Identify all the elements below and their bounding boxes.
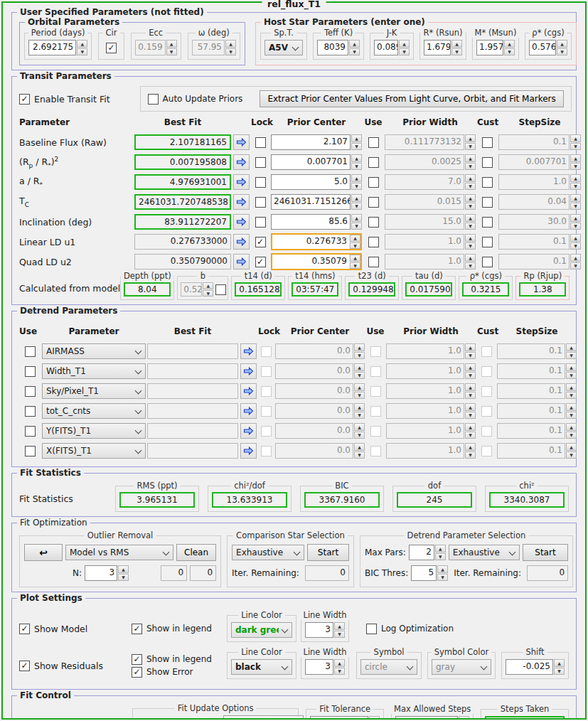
spin-up-button[interactable]: ▲: [465, 194, 476, 202]
spin-up-button[interactable]: ▲: [354, 383, 365, 391]
spin-down-button[interactable]: ▼: [465, 452, 476, 459]
copy-best-fit-to-prior-button[interactable]: [240, 423, 257, 439]
j-k-spinner[interactable]: 0.089▲▼: [374, 40, 410, 55]
show-model-toggle[interactable]: Show Model: [19, 624, 132, 634]
auto-update-fit-checkbox[interactable]: [137, 719, 147, 720]
eccentricity-spinner-value[interactable]: 0.159: [135, 40, 166, 55]
custom-stepsize-checkbox[interactable]: [482, 137, 493, 148]
use-detrend-checkbox[interactable]: [25, 446, 36, 456]
prior-center-spinner-value[interactable]: 0.35079: [272, 255, 349, 269]
spin-up-button[interactable]: ▲: [570, 254, 581, 262]
stepsize-spinner-value[interactable]: 0.1: [497, 343, 565, 359]
copy-best-fit-to-prior-button[interactable]: [233, 234, 250, 250]
enable-transit-fit-checkbox[interactable]: [19, 94, 30, 105]
spin-up-button[interactable]: ▲: [354, 363, 365, 371]
prior-width-spinner[interactable]: 1.0▲▼: [386, 363, 476, 379]
stepsize-spinner[interactable]: 0.04▲▼: [498, 194, 581, 210]
lock-checkbox[interactable]: [255, 217, 266, 228]
stepsize-spinner[interactable]: 0.1▲▼: [498, 234, 581, 250]
stepsize-spinner-value[interactable]: 0.1: [498, 134, 570, 150]
spin-down-button[interactable]: ▼: [354, 432, 365, 439]
stepsize-spinner-value[interactable]: 0.007701: [498, 154, 570, 170]
model-line-color-select[interactable]: dark green: [231, 622, 292, 638]
spin-down-button[interactable]: ▼: [566, 372, 577, 380]
spin-down-button[interactable]: ▼: [351, 163, 362, 171]
symbol-color-select[interactable]: gray: [432, 659, 491, 675]
spin-up-button[interactable]: ▲: [570, 154, 581, 162]
prior-width-spinner-value[interactable]: 1.0: [385, 234, 464, 250]
stepsize-spinner-value[interactable]: 0.1: [497, 383, 565, 399]
spin-up-button[interactable]: ▲: [570, 214, 581, 222]
spin-down-button[interactable]: ▼: [465, 432, 476, 439]
omega-spinner-value[interactable]: 57.95: [192, 40, 225, 55]
model-show-in-legend-toggle[interactable]: Show in legend: [132, 624, 227, 634]
undo-outlier-removal-button[interactable]: ↩: [24, 544, 63, 561]
spin-up-button[interactable]: ▲: [566, 363, 577, 371]
spin-up-button[interactable]: ▲: [334, 659, 345, 667]
period-spinner-value[interactable]: 2.692175: [28, 40, 76, 55]
circular-orbit-checkbox[interactable]: [106, 43, 117, 53]
period-spinner[interactable]: 2.692175▲▼: [28, 40, 87, 55]
stepsize-spinner[interactable]: 0.007701▲▼: [498, 154, 581, 170]
spin-down-button[interactable]: ▼: [350, 242, 360, 250]
prior-center-spinner[interactable]: 85.6▲▼: [271, 214, 362, 230]
stepsize-spinner-value[interactable]: 0.04: [498, 194, 570, 210]
prior-center-spinner[interactable]: 5.0▲▼: [271, 174, 362, 190]
copy-best-fit-to-prior-button[interactable]: [240, 343, 257, 359]
residuals-line-color-select[interactable]: black: [231, 659, 292, 675]
prior-center-spinner[interactable]: 0.0▲▼: [275, 343, 365, 359]
spin-down-button[interactable]: ▼: [351, 143, 362, 151]
spin-up-button[interactable]: ▲: [570, 234, 581, 242]
prior-center-spinner-value[interactable]: 0.0: [275, 343, 353, 359]
outlier-method-select[interactable]: Model vs RMS: [65, 545, 173, 560]
spin-up-button[interactable]: ▲: [570, 194, 581, 202]
spin-up-button[interactable]: ▲: [118, 565, 129, 573]
max-allowed-steps-spinner[interactable]: 20,000▲▼: [395, 716, 469, 720]
max-allowed-steps-spinner-value[interactable]: 20,000: [395, 716, 458, 720]
model-show-in-legend-checkbox[interactable]: [132, 624, 142, 634]
spin-up-button[interactable]: ▲: [465, 343, 476, 351]
use-prior-checkbox[interactable]: [368, 237, 379, 247]
prior-width-spinner-value[interactable]: 1.0: [386, 443, 464, 459]
spin-up-button[interactable]: ▲: [465, 154, 476, 162]
lock-checkbox[interactable]: [255, 237, 266, 247]
spin-down-button[interactable]: ▼: [570, 143, 581, 151]
spin-up-button[interactable]: ▲: [554, 659, 565, 667]
teff-spinner[interactable]: 8039▲▼: [317, 40, 360, 55]
spin-up-button[interactable]: ▲: [351, 194, 362, 202]
spin-down-button[interactable]: ▼: [465, 412, 476, 420]
use-prior-checkbox[interactable]: [368, 217, 379, 228]
teff-spinner-value[interactable]: 8039: [317, 40, 348, 55]
stepsize-spinner[interactable]: 1.0▲▼: [498, 174, 581, 190]
copy-best-fit-to-prior-button[interactable]: [240, 383, 257, 399]
spin-up-button[interactable]: ▲: [566, 403, 577, 411]
lock-checkbox[interactable]: [255, 197, 266, 208]
residuals-line-width-spinner-value[interactable]: 3: [305, 659, 333, 675]
prior-center-spinner-value[interactable]: 0.276733: [272, 235, 349, 249]
show-error-toggle[interactable]: Show Error: [132, 667, 227, 678]
prior-center-spinner-value[interactable]: 2.107: [271, 134, 351, 150]
spin-up-button[interactable]: ▲: [566, 343, 577, 351]
residuals-show-in-legend-toggle[interactable]: Show in legend: [132, 654, 227, 665]
spin-down-button[interactable]: ▼: [465, 223, 476, 230]
prior-center-spinner-value[interactable]: 5.0: [271, 174, 351, 190]
prior-center-spinner-value[interactable]: 0.0: [275, 363, 353, 379]
prior-width-spinner[interactable]: 1.0▲▼: [386, 383, 476, 399]
spin-down-button[interactable]: ▼: [465, 262, 476, 270]
m-star-spinner[interactable]: 1.957▲▼: [476, 40, 515, 55]
prior-center-spinner[interactable]: 0.007701▲▼: [271, 154, 362, 170]
prior-center-spinner[interactable]: 0.0▲▼: [275, 363, 365, 379]
bic-thres-spinner[interactable]: 5▲▼: [411, 565, 448, 581]
detrend-parameter-select[interactable]: AIRMASS: [42, 343, 146, 359]
prior-center-spinner-value[interactable]: 0.0: [275, 403, 353, 419]
use-prior-checkbox[interactable]: [368, 177, 379, 188]
detrend-parameter-select[interactable]: Width_T1: [42, 363, 146, 379]
spin-up-button[interactable]: ▲: [351, 154, 362, 162]
shift-spinner-value[interactable]: -0.025: [506, 659, 553, 675]
model-line-width-spinner[interactable]: 3▲▼: [305, 622, 345, 638]
model-line-width-spinner-value[interactable]: 3: [305, 622, 333, 638]
spin-down-button[interactable]: ▼: [566, 452, 577, 459]
spin-up-button[interactable]: ▲: [465, 134, 476, 142]
show-model-checkbox[interactable]: [19, 624, 30, 634]
lock-checkbox[interactable]: [255, 257, 266, 267]
